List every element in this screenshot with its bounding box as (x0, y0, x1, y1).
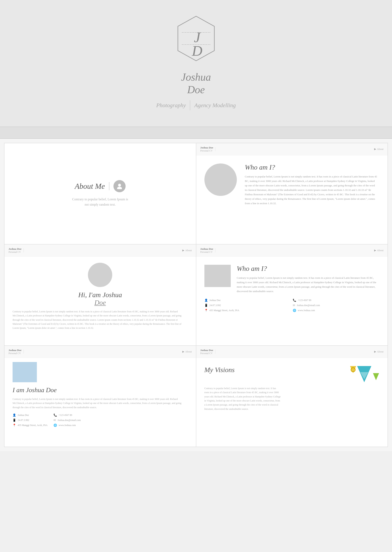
card2-profile-photo (204, 163, 237, 196)
mobile-icon: 📱 (13, 419, 16, 422)
subtitle-modelling: Agency Modelling (194, 102, 236, 109)
card3-greeting: Hi, I'am Joshua Doe (78, 291, 122, 307)
card-about-me: About Me Contrary to popular belief, Lor… (4, 143, 196, 244)
card4-title: Who am I? (237, 265, 380, 273)
mobile-icon: 📱 (204, 304, 208, 307)
card3-about-link[interactable]: ▶ About (182, 249, 192, 252)
card5-contact-phone: 📞 +123 4567 89 (54, 413, 81, 417)
phone-icon: 📞 (293, 299, 296, 302)
card2-about-link[interactable]: ▶ About (374, 147, 384, 151)
email-icon: ✉ (293, 304, 295, 307)
card3-name-highlight: Doe (94, 299, 106, 306)
visions-triangles-svg (339, 364, 379, 386)
card2-body: Contrary to popular belief, Lorem Ipsum … (245, 175, 378, 206)
card2-about-arrow: ▶ (374, 147, 376, 151)
card5-contact-address: 📍 435 Manggi Street, Aceh, INA (13, 424, 47, 427)
card6-body: Contrary to popular belief, Lorem Ipsum … (204, 386, 281, 411)
svg-marker-11 (373, 373, 379, 380)
address-icon: 📍 (204, 309, 208, 312)
phone-icon: 📞 (54, 413, 57, 417)
card5-image-placeholder (13, 362, 37, 382)
card5-contact-mobile: 📱 24.07.3.992 (13, 419, 47, 422)
about-me-divider (109, 182, 109, 190)
contact-email: ✉ Joshua.doe@email.com (293, 304, 379, 307)
card2-content: Who am I? Contrary to popular belief, Lo… (196, 155, 388, 214)
card2-text: Who am I? Contrary to popular belief, Lo… (245, 163, 378, 206)
card4-text-block: Who am I? Contrary to popular belief, Lo… (237, 265, 380, 293)
website-icon: 🌐 (54, 424, 57, 427)
card4-header-divider (215, 248, 215, 252)
card3-name: Joshua Doe Personal CV (8, 247, 21, 254)
card6-content: My Visions (196, 358, 388, 419)
card-i-am-joshua: Joshua Doe Personal CV ▶ About I am Josh… (4, 346, 196, 447)
hero-subtitle: Photography Agency Modelling (156, 100, 236, 110)
contact-address: 📍 435 Manggi Street, Aceh, INA (204, 309, 291, 312)
card3-body: Contrary to popular belief, Lorem Ipsum … (13, 309, 188, 330)
card6-header-divider (215, 350, 215, 354)
contact-name: 👤 Joshua Doe (204, 299, 291, 302)
card3-content: Hi, I'am Joshua Doe Contrary to popular … (4, 257, 196, 336)
card-who-am-i-top: Joshua Doe Personal CV ▶ About Who am I?… (196, 143, 388, 244)
email-icon: ✉ (54, 419, 56, 422)
section-separator (0, 127, 392, 139)
card2-header-divider (215, 147, 215, 151)
contact-phone: 📞 +123 4567 89 (293, 299, 379, 302)
person-icon (113, 180, 126, 192)
card-who-am-i-contact: Joshua Doe Personal CV ▶ About Who am I?… (196, 244, 388, 346)
card5-header-divider (23, 350, 24, 354)
card5-body: Contrary to popular belief, Lorem Ipsum … (13, 397, 188, 409)
svg-text:D: D (192, 43, 202, 59)
visions-icons-group (339, 364, 379, 386)
card4-header: Joshua Doe Personal CV ▶ About (196, 245, 388, 257)
hero-name: Joshua Doe (181, 71, 211, 96)
card-hi-joshua: Joshua Doe Personal CV ▶ About Hi, I'am … (4, 244, 196, 346)
hero-section: J D Joshua Doe Photography Agency Modell… (0, 0, 392, 127)
card5-header: Joshua Doe Personal CV ▶ About (4, 346, 196, 358)
card5-about-arrow: ▶ (182, 350, 184, 353)
card6-header-row: My Visions (204, 366, 380, 386)
cards-grid-section: About Me Contrary to popular belief, Lor… (0, 139, 392, 451)
card5-contact-website: 🌐 www.Joshua.com (54, 424, 81, 427)
subtitle-photography: Photography (156, 102, 186, 109)
cards-grid: About Me Contrary to popular belief, Lor… (4, 143, 388, 447)
card3-about-arrow: ▶ (182, 249, 184, 252)
card4-content: Who am I? Contrary to popular belief, Lo… (196, 257, 388, 320)
card6-about-arrow: ▶ (374, 350, 376, 353)
card3-header: Joshua Doe Personal CV ▶ About (4, 245, 196, 257)
card-my-visions: Joshua Doe Personal CV ▶ About My Vision… (196, 346, 388, 447)
card4-name: Joshua Doe Personal CV (200, 247, 213, 254)
card2-title: Who am I? (245, 163, 378, 171)
logo-hexagon: J D (170, 12, 223, 65)
person-icon: 👤 (204, 299, 208, 302)
card5-contact: 👤 Joshua Doe 📱 24.07.3.992 📍 435 Manggi … (13, 413, 188, 427)
subtitle-divider (190, 100, 190, 110)
card5-contact-email: ✉ Joshua.doe@email.com (54, 419, 81, 422)
card5-content: I am Joshua Doe Contrary to popular beli… (4, 358, 196, 435)
about-me-text: Contrary to popular belief, Lorem Ipsum … (70, 197, 130, 207)
svg-point-5 (118, 184, 121, 187)
card3-header-divider (23, 248, 24, 252)
contact-website: 🌐 www.Joshua.com (293, 309, 379, 312)
card6-name: Joshua Doe Personal CV (200, 349, 213, 355)
card6-about-link[interactable]: ▶ About (374, 350, 384, 353)
card2-name: Joshua Doe Personal CV (200, 146, 213, 152)
card4-about-arrow: ▶ (374, 249, 376, 252)
card4-profile-photo (204, 265, 231, 287)
website-icon: 🌐 (293, 309, 296, 312)
person-icon: 👤 (13, 413, 16, 417)
card6-header: Joshua Doe Personal CV ▶ About (196, 346, 388, 358)
contact-mobile: 📱 24.07.3.992 (204, 304, 291, 307)
card5-about-link[interactable]: ▶ About (182, 350, 192, 353)
about-me-title-group: About Me (75, 180, 126, 192)
svg-point-6 (117, 187, 122, 189)
card2-header: Joshua Doe Personal CV ▶ About (196, 143, 388, 155)
card5-name: Joshua Doe Personal CV (8, 349, 21, 355)
card5-title: I am Joshua Doe (13, 386, 188, 394)
about-me-label: About Me (75, 182, 105, 191)
card4-about-link[interactable]: ▶ About (374, 249, 384, 252)
card4-contact-grid: 👤 Joshua Doe 📞 +123 4567 89 📱 24.07.3.99… (204, 299, 380, 312)
card6-title: My Visions (204, 366, 235, 374)
card3-profile-photo (88, 263, 112, 287)
address-icon: 📍 (13, 424, 16, 427)
card4-body: Contrary to popular belief, Lorem Ipsum … (237, 276, 380, 293)
